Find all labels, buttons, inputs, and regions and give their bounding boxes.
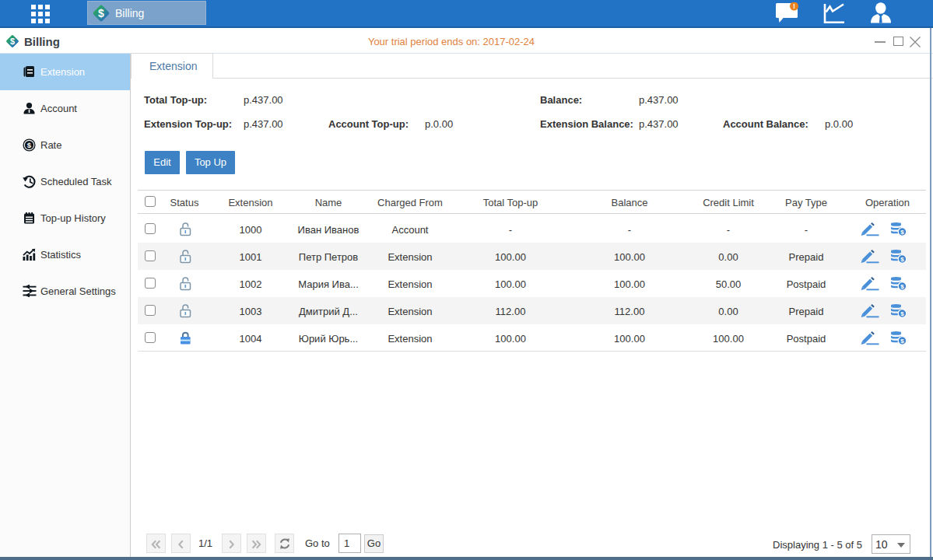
svg-text:$: $ xyxy=(98,7,104,19)
svg-text:$: $ xyxy=(27,141,32,149)
svg-text:!: ! xyxy=(793,2,795,10)
